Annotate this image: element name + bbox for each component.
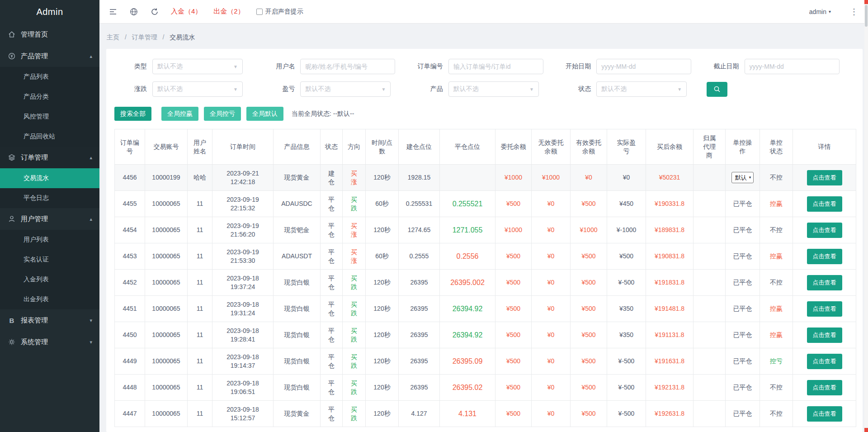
sidebar-item-close-log[interactable]: 平仓日志 [0,188,99,208]
cell: ¥0 [532,217,571,243]
sidebar-item-product-list[interactable]: 产品列表 [0,67,99,87]
breadcrumb-orders[interactable]: 订单管理 [132,33,157,41]
global-default-button[interactable]: 全局默认 [246,107,283,121]
cell: ¥0 [607,165,646,191]
filter-updown: 涨跌 默认不选 ▼ [114,81,262,97]
cell: ¥0 [532,401,571,427]
filter-label: 涨跌 [114,85,147,93]
profit-select[interactable]: 默认不选 ▼ [300,81,391,97]
table-row: 444710000065112023-09-18 15:12:57现货黄金平仓买… [115,401,856,427]
end-date-input[interactable] [745,59,840,74]
sidebar-item-product-category[interactable]: 产品分类 [0,87,99,107]
type-select[interactable]: 默认不选 ▼ [152,59,243,74]
cell: ¥500 [571,375,607,401]
view-detail-button[interactable]: 点击查看 [807,275,842,290]
cell: ¥500 [495,243,532,270]
cell: 平仓 [321,348,343,375]
scroll-down-arrow[interactable] [864,428,868,432]
cell: 120秒 [366,165,399,191]
view-detail-button[interactable]: 点击查看 [807,196,842,212]
breadcrumb-home[interactable]: 主页 [107,33,119,41]
cell [693,270,726,296]
column-header: 实际盈亏 [607,129,646,165]
global-win-button[interactable]: 全局控赢 [161,107,198,121]
sidebar-item-deposit-list[interactable]: 入金列表 [0,270,99,290]
cell: 平仓 [321,217,343,243]
cell: 26395 [399,270,440,296]
product-select[interactable]: 默认不选 ▼ [448,81,539,97]
search-button[interactable] [707,82,727,97]
cell: 点击查看 [793,348,856,375]
cell: 2023-09-19 21:56:20 [212,217,274,243]
cell: 控赢 [760,296,793,322]
select-value: 默认不选 [305,85,330,93]
view-detail-button[interactable]: 点击查看 [807,328,842,343]
refresh-icon[interactable] [150,7,159,16]
cell: ¥500 [495,270,532,296]
cell: 26395.09 [440,348,495,375]
withdraw-count-link[interactable]: 出金（2） [213,7,244,16]
view-detail-button[interactable]: 点击查看 [807,301,842,317]
chevron-up-icon: ▴ [90,53,92,59]
sidebar-toggle-icon[interactable] [108,7,118,16]
global-lose-button[interactable]: 全局控亏 [204,107,241,121]
cell: 买跌 [343,348,366,375]
cell: 2023-09-21 12:42:18 [212,165,274,191]
view-detail-button[interactable]: 点击查看 [807,406,842,422]
view-detail-button[interactable]: 点击查看 [807,223,842,238]
cell: 4449 [115,348,145,375]
sidebar-item-products[interactable]: 产品管理 ▴ [0,45,99,67]
view-detail-button[interactable]: 点击查看 [807,249,842,264]
cell [693,375,726,401]
updown-select[interactable]: 默认不选 ▼ [152,81,243,97]
sidebar-item-users[interactable]: 用户管理 ▴ [0,208,99,230]
scrollbar-thumb[interactable] [865,5,868,27]
start-date-input[interactable] [596,59,691,74]
sidebar-item-trade-flow[interactable]: 交易流水 [0,168,99,188]
view-detail-button[interactable]: 点击查看 [807,170,842,185]
sidebar-item-reports[interactable]: B 报表管理 ▾ [0,309,99,331]
scroll-up-arrow[interactable] [864,0,868,4]
table-row: 444810000065112023-09-18 19:06:51现货白银平仓买… [115,375,856,401]
topbar: 入金（4） 出金（2） 开启声音提示 admin ▾ ⋮ [99,0,868,24]
cell: ¥500 [495,348,532,375]
scrollbar[interactable] [864,0,868,432]
sound-checkbox[interactable] [256,9,263,15]
cell: 已平仓 [726,322,760,348]
search-all-button[interactable]: 搜索全部 [114,107,151,121]
filter-label: 截止日期 [707,62,739,71]
row-control-select[interactable]: 默认▾ [731,172,754,184]
sound-toggle[interactable]: 开启声音提示 [256,8,303,16]
sidebar-item-kyc[interactable]: 实名认证 [0,250,99,270]
sidebar-item-orders[interactable]: 订单管理 ▴ [0,147,99,168]
sidebar-item-withdraw-list[interactable]: 出金列表 [0,290,99,309]
order-no-input[interactable] [448,59,543,74]
username-input[interactable] [300,59,395,74]
global-actions: 搜索全部 全局控赢 全局控亏 全局默认 当前全局状态: --默认-- [114,107,854,121]
filter-label: 类型 [114,62,147,71]
cell: 10000065 [145,243,188,270]
language-globe-icon[interactable] [129,7,138,16]
filter-label: 产品 [410,85,443,93]
sidebar-item-user-list[interactable]: 用户列表 [0,230,99,250]
sidebar-item-label: 管理首页 [21,30,92,39]
sidebar-item-system[interactable]: 系统管理 ▾ [0,331,99,353]
user-menu[interactable]: admin ▾ [809,8,831,15]
cell: 点击查看 [793,191,856,217]
status-select[interactable]: 默认不选 ▼ [596,81,687,97]
deposit-count-link[interactable]: 入金（4） [171,7,202,16]
cell: ¥1000 [532,165,571,191]
cell: 0.255531 [399,191,440,217]
table-row: 445210000065112023-09-18 19:37:24现货白银平仓买… [115,270,856,296]
sidebar-item-home[interactable]: 管理首页 [0,24,99,45]
sidebar-item-product-recycle[interactable]: 产品回收站 [0,127,99,147]
view-detail-button[interactable]: 点击查看 [807,354,842,369]
view-detail-button[interactable]: 点击查看 [807,380,842,395]
sidebar-item-risk-control[interactable]: 风控管理 [0,107,99,127]
content-card: 类型 默认不选 ▼ 用户名 订单编号 开始日期 截止日期 [106,49,863,432]
username: admin [809,8,826,15]
cell: ¥350 [607,322,646,348]
more-options-icon[interactable]: ⋮ [850,7,858,17]
cell: 2023-09-18 19:06:51 [212,375,274,401]
cell: ¥500 [495,401,532,427]
